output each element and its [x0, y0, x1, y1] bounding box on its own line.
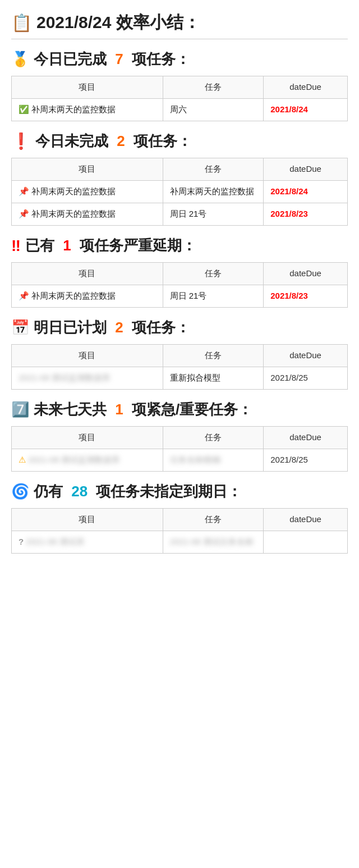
no-due-count: 28 — [71, 483, 88, 500]
incomplete-row2-date: 2021/8/23 — [264, 203, 348, 226]
tomorrow-row1-date: 2021/8/25 — [264, 367, 348, 390]
incomplete-col-project: 项目 — [12, 158, 163, 181]
upcoming-col-project: 项目 — [12, 427, 163, 449]
tomorrow-count: 2 — [115, 319, 123, 336]
tomorrow-col-date: dateDue — [264, 345, 348, 367]
upcoming-row1-project: ⚠ 2021-08 测试监测数据库 — [12, 449, 163, 472]
section-upcoming: 7️⃣ 未来七天共 1 项紧急/重要任务： 项目 任务 dateDue ⚠ 20… — [11, 400, 348, 472]
pin-icon: 📌 — [19, 209, 29, 218]
completed-suffix: 项任务： — [128, 49, 190, 69]
blurred-project-2: 2021-08 测试监测数据库 — [28, 455, 120, 464]
section-tomorrow: 📅 明日已计划 2 项任务： 项目 任务 dateDue 2021-08 测试监… — [11, 318, 348, 390]
section-no-due-title: 🌀 仍有 28 项任务未指定到期日： — [11, 482, 348, 501]
section-completed: 🥇 今日已完成 7 项任务： 项目 任务 dateDue ✅ 补周末两天的监控数… — [11, 49, 348, 121]
section-upcoming-title: 7️⃣ 未来七天共 1 项紧急/重要任务： — [11, 400, 348, 419]
checkbox-icon: ✅ — [19, 104, 29, 114]
no-due-col-task: 任务 — [163, 509, 264, 531]
section-incomplete: ❗ 今日未完成 2 项任务： 项目 任务 dateDue 📌 补周末两天的监控数… — [11, 131, 348, 226]
no-due-row1-date — [264, 531, 348, 554]
no-due-col-date: dateDue — [264, 509, 348, 531]
incomplete-row2-project: 📌 补周末两天的监控数据 — [12, 203, 163, 226]
question-icon: ? — [19, 537, 24, 546]
incomplete-row2-task: 周日 21号 — [163, 203, 264, 226]
upcoming-suffix: 项紧急/重要任务： — [128, 400, 252, 419]
tomorrow-icon: 📅 — [11, 319, 29, 336]
section-overdue: ‼ 已有 1 项任务严重延期： 项目 任务 dateDue 📌 补周末两天的监控… — [11, 236, 348, 308]
completed-col-date: dateDue — [264, 76, 348, 99]
table-row: 📌 补周末两天的监控数据 补周末两天的监控数据 2021/8/24 — [12, 181, 348, 203]
completed-icon: 🥇 — [11, 51, 29, 68]
upcoming-table: 项目 任务 dateDue ⚠ 2021-08 测试监测数据库 任务名称模糊 2… — [11, 426, 348, 472]
upcoming-col-date: dateDue — [264, 427, 348, 449]
tomorrow-row1-task: 重新拟合模型 — [163, 367, 264, 390]
overdue-col-date: dateDue — [264, 263, 348, 285]
blurred-project-1: 2021-08 测试监测数据库 — [19, 373, 111, 382]
tomorrow-prefix: 明日已计划 — [34, 318, 111, 337]
overdue-row1-date: 2021/8/23 — [264, 285, 348, 308]
incomplete-col-task: 任务 — [163, 158, 264, 181]
completed-count: 7 — [115, 51, 123, 68]
no-due-icon: 🌀 — [11, 483, 29, 500]
completed-col-project: 项目 — [12, 76, 163, 99]
upcoming-row1-date: 2021/8/25 — [264, 449, 348, 472]
main-title: 📋 2021/8/24 效率小结： — [11, 11, 348, 34]
overdue-suffix: 项任务严重延期： — [76, 236, 196, 255]
overdue-row1-task: 周日 21号 — [163, 285, 264, 308]
main-title-text: 2021/8/24 效率小结： — [36, 11, 200, 34]
incomplete-table: 项目 任务 dateDue 📌 补周末两天的监控数据 补周末两天的监控数据 20… — [11, 158, 348, 226]
blurred-task-2: 2021-08 测试任务名称 — [170, 537, 254, 546]
main-title-icon: 📋 — [11, 13, 32, 33]
overdue-col-project: 项目 — [12, 263, 163, 285]
upcoming-col-task: 任务 — [163, 427, 264, 449]
no-due-prefix: 仍有 — [34, 482, 67, 501]
section-incomplete-title: ❗ 今日未完成 2 项任务： — [11, 131, 348, 151]
upcoming-icon: 7️⃣ — [11, 401, 29, 418]
table-row: ? 2021-08 测试库 2021-08 测试任务名称 — [12, 531, 348, 554]
tomorrow-col-task: 任务 — [163, 345, 264, 367]
tomorrow-table: 项目 任务 dateDue 2021-08 测试监测数据库 重新拟合模型 202… — [11, 344, 348, 390]
section-completed-title: 🥇 今日已完成 7 项任务： — [11, 49, 348, 69]
overdue-icon: ‼ — [11, 237, 21, 255]
table-row: 📌 补周末两天的监控数据 周日 21号 2021/8/23 — [12, 285, 348, 308]
section-no-due: 🌀 仍有 28 项任务未指定到期日： 项目 任务 dateDue ? 2021-… — [11, 482, 348, 554]
incomplete-row1-task: 补周末两天的监控数据 — [163, 181, 264, 203]
upcoming-row1-task: 任务名称模糊 — [163, 449, 264, 472]
no-due-suffix: 项任务未指定到期日： — [92, 482, 242, 501]
section-overdue-title: ‼ 已有 1 项任务严重延期： — [11, 236, 348, 255]
completed-row1-date: 2021/8/24 — [264, 99, 348, 121]
incomplete-col-date: dateDue — [264, 158, 348, 181]
overdue-table: 项目 任务 dateDue 📌 补周末两天的监控数据 周日 21号 2021/8… — [11, 262, 348, 308]
pin-icon: 📌 — [19, 291, 29, 300]
no-due-col-project: 项目 — [12, 509, 163, 531]
table-row: 📌 补周末两天的监控数据 周日 21号 2021/8/23 — [12, 203, 348, 226]
table-row: 2021-08 测试监测数据库 重新拟合模型 2021/8/25 — [12, 367, 348, 390]
incomplete-icon: ❗ — [11, 132, 31, 150]
completed-row1-project: ✅ 补周末两天的监控数据 — [12, 99, 163, 121]
completed-table: 项目 任务 dateDue ✅ 补周末两天的监控数据 周六 2021/8/24 — [11, 76, 348, 121]
upcoming-count: 1 — [115, 401, 123, 418]
incomplete-row1-date: 2021/8/24 — [264, 181, 348, 203]
warning-icon: ⚠ — [19, 455, 26, 464]
no-due-row1-task: 2021-08 测试任务名称 — [163, 531, 264, 554]
no-due-row1-project: ? 2021-08 测试库 — [12, 531, 163, 554]
overdue-col-task: 任务 — [163, 263, 264, 285]
completed-row1-task: 周六 — [163, 99, 264, 121]
section-tomorrow-title: 📅 明日已计划 2 项任务： — [11, 318, 348, 337]
incomplete-suffix: 项任务： — [130, 131, 192, 151]
table-row: ✅ 补周末两天的监控数据 周六 2021/8/24 — [12, 99, 348, 121]
table-row: ⚠ 2021-08 测试监测数据库 任务名称模糊 2021/8/25 — [12, 449, 348, 472]
tomorrow-suffix: 项任务： — [128, 318, 190, 337]
completed-prefix: 今日已完成 — [34, 49, 111, 69]
incomplete-prefix: 今日未完成 — [35, 131, 112, 151]
incomplete-row1-project: 📌 补周末两天的监控数据 — [12, 181, 163, 203]
blurred-task-1: 任务名称模糊 — [170, 455, 220, 464]
overdue-count: 1 — [63, 237, 71, 254]
blurred-project-3: 2021-08 测试库 — [26, 537, 84, 546]
overdue-row1-project: 📌 补周末两天的监控数据 — [12, 285, 163, 308]
tomorrow-row1-project: 2021-08 测试监测数据库 — [12, 367, 163, 390]
completed-col-task: 任务 — [163, 76, 264, 99]
upcoming-prefix: 未来七天共 — [34, 400, 111, 419]
overdue-prefix: 已有 — [25, 236, 58, 255]
tomorrow-col-project: 项目 — [12, 345, 163, 367]
no-due-table: 项目 任务 dateDue ? 2021-08 测试库 2021-08 测试任务… — [11, 508, 348, 554]
